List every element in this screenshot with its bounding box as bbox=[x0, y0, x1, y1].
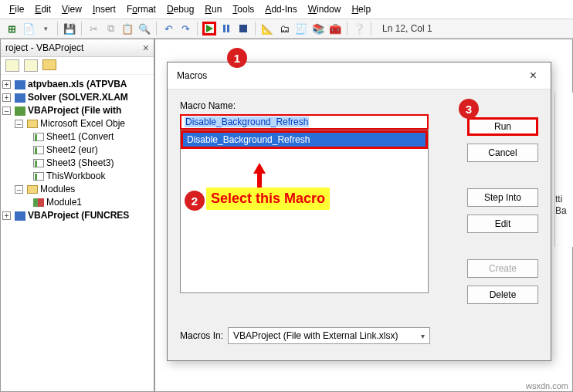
tree-sheet3[interactable]: Sheet3 (Sheet3) bbox=[46, 157, 114, 170]
menu-bar: File Edit View Insert Format Debug Run T… bbox=[0, 0, 573, 19]
save-icon[interactable]: 💾 bbox=[63, 22, 76, 35]
project-tree[interactable]: +atpvbaen.xls (ATPVBA +Solver (SOLVER.XL… bbox=[1, 75, 154, 225]
redo-icon[interactable]: ↷ bbox=[178, 22, 192, 35]
excel-icon[interactable]: ⊞ bbox=[5, 22, 19, 35]
undo-icon[interactable]: ↶ bbox=[161, 22, 175, 35]
dialog-title-bar: Macros × bbox=[168, 63, 551, 90]
tree-sheet2[interactable]: Sheet2 (eur) bbox=[46, 144, 98, 157]
menu-tools[interactable]: Tools bbox=[228, 2, 259, 16]
menu-insert[interactable]: Insert bbox=[88, 2, 120, 16]
close-icon[interactable]: × bbox=[143, 42, 149, 54]
dropdown-icon[interactable]: ▾ bbox=[39, 22, 53, 35]
cursor-position: Ln 12, Col 1 bbox=[382, 23, 432, 34]
menu-edit[interactable]: Edit bbox=[30, 2, 56, 16]
menu-window[interactable]: Window bbox=[303, 2, 346, 16]
stop-icon[interactable] bbox=[236, 22, 250, 35]
run-button[interactable]: Run bbox=[467, 117, 538, 136]
edit-button[interactable]: Edit bbox=[467, 215, 538, 233]
menu-view[interactable]: View bbox=[57, 2, 86, 16]
code-clip: tti Ba bbox=[554, 93, 573, 247]
menu-addins[interactable]: Add-Ins bbox=[260, 2, 301, 16]
tree-atp[interactable]: atpvbaen.xls (ATPVBA bbox=[28, 78, 127, 91]
macros-dialog: Macros × Macro Name: Disable_Background_… bbox=[167, 62, 551, 361]
callout-1: 1 bbox=[227, 48, 247, 68]
insert-module-icon[interactable]: 📄 bbox=[22, 22, 36, 35]
view-object-icon[interactable] bbox=[24, 59, 38, 72]
delete-button[interactable]: Delete bbox=[467, 286, 538, 304]
tree-vbaproject[interactable]: VBAProject (File with bbox=[28, 104, 121, 117]
design-mode-icon[interactable]: 📐 bbox=[260, 22, 274, 35]
project-explorer-title: roject - VBAProject bbox=[5, 42, 83, 53]
find-icon[interactable]: 🔍 bbox=[137, 22, 151, 35]
properties-icon[interactable]: 🧾 bbox=[294, 22, 308, 35]
project-explorer-title-bar: roject - VBAProject × bbox=[1, 39, 154, 57]
menu-format[interactable]: Format bbox=[122, 2, 161, 16]
project-explorer: roject - VBAProject × +atpvbaen.xls (ATP… bbox=[0, 39, 154, 392]
paste-icon[interactable]: 📋 bbox=[120, 22, 134, 35]
macro-name-input[interactable]: Disable_Background_Refresh bbox=[180, 114, 429, 130]
tree-excel-objects[interactable]: Microsoft Excel Obje bbox=[40, 117, 125, 130]
project-explorer-toolbar bbox=[1, 57, 154, 75]
chevron-down-icon[interactable]: ▾ bbox=[421, 332, 425, 340]
step-into-button[interactable]: Step Into bbox=[467, 188, 538, 207]
menu-run[interactable]: Run bbox=[200, 2, 226, 16]
pause-icon[interactable] bbox=[219, 22, 233, 35]
macros-in-combo[interactable]: VBAProject (File with External Link.xlsx… bbox=[228, 327, 430, 344]
dialog-title: Macros bbox=[177, 70, 207, 81]
menu-help[interactable]: Help bbox=[347, 2, 375, 16]
callout-2: 2 bbox=[185, 191, 205, 211]
tree-funcres[interactable]: VBAProject (FUNCRES bbox=[28, 209, 129, 222]
toggle-folders-icon[interactable] bbox=[42, 59, 56, 70]
toolbar: ⊞ 📄 ▾ 💾 ✂ ⧉ 📋 🔍 ↶ ↷ 📐 🗂 🧾 📚 🧰 ❔ Ln 12, C… bbox=[0, 19, 573, 39]
run-icon[interactable] bbox=[202, 22, 216, 35]
toolbox-icon[interactable]: 🧰 bbox=[328, 22, 342, 35]
project-explorer-icon[interactable]: 🗂 bbox=[277, 22, 291, 35]
help-icon[interactable]: ❔ bbox=[352, 22, 366, 35]
tree-modules[interactable]: Modules bbox=[40, 183, 75, 196]
menu-debug[interactable]: Debug bbox=[162, 2, 198, 16]
cut-icon[interactable]: ✂ bbox=[86, 22, 100, 35]
dialog-close-icon[interactable]: × bbox=[525, 69, 541, 83]
tree-module1[interactable]: Module1 bbox=[46, 196, 82, 209]
tree-sheet1[interactable]: Sheet1 (Convert bbox=[46, 130, 114, 144]
cancel-button[interactable]: Cancel bbox=[467, 144, 538, 162]
macro-name-label: Macro Name: bbox=[180, 100, 538, 111]
macro-list[interactable]: Disable_Background_Refresh bbox=[180, 130, 429, 293]
menu-file[interactable]: File bbox=[5, 2, 29, 16]
watermark: wsxdn.com bbox=[526, 381, 568, 390]
macros-in-value: VBAProject (File with External Link.xlsx… bbox=[233, 330, 398, 341]
tree-thisworkbook[interactable]: ThisWorkbook bbox=[46, 170, 105, 183]
arrow-icon bbox=[253, 163, 266, 174]
copy-icon[interactable]: ⧉ bbox=[103, 22, 117, 35]
macros-in-label: Macros In: bbox=[180, 330, 223, 341]
callout-label: Select this Macro bbox=[206, 188, 330, 210]
view-code-icon[interactable] bbox=[5, 59, 19, 72]
callout-3: 3 bbox=[459, 99, 479, 119]
macro-list-item[interactable]: Disable_Background_Refresh bbox=[181, 130, 428, 149]
create-button: Create bbox=[467, 259, 538, 278]
object-browser-icon[interactable]: 📚 bbox=[311, 22, 325, 35]
tree-solver[interactable]: Solver (SOLVER.XLAM bbox=[28, 91, 128, 104]
